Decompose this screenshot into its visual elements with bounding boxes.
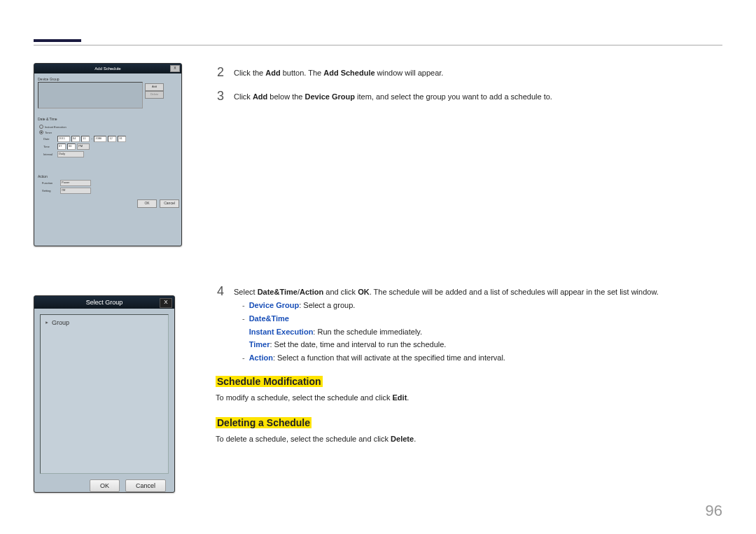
date-separator: ~ bbox=[91, 137, 92, 141]
left-column: Add Schedule X Device Group Add Delete D… bbox=[34, 63, 195, 492]
add-schedule-footer: OK Cancel bbox=[34, 197, 181, 210]
step-4: 4 Select Date&Time/Action and click OK. … bbox=[216, 285, 722, 365]
bold-delete: Delete bbox=[391, 435, 414, 443]
page-number: 96 bbox=[706, 502, 722, 520]
page-content: Add Schedule X Device Group Add Delete D… bbox=[34, 63, 722, 492]
text: Click the bbox=[234, 69, 265, 77]
step-number: 3 bbox=[216, 90, 224, 102]
dash-icon: - bbox=[242, 312, 245, 351]
date-row-label: Date bbox=[43, 137, 56, 141]
close-icon[interactable]: X bbox=[160, 298, 172, 308]
text: below the bbox=[267, 92, 304, 101]
time-ampm[interactable]: PM bbox=[77, 143, 90, 150]
step-body: Click the Add button. The Add Schedule w… bbox=[234, 66, 722, 78]
select-group-body: Group bbox=[40, 314, 169, 474]
text: : Select a function that will activate a… bbox=[273, 353, 505, 362]
text: Select bbox=[234, 288, 258, 296]
heading-schedule-modification: Schedule Modification bbox=[216, 376, 323, 387]
timer-label: Timer bbox=[45, 131, 52, 134]
section-deleting-schedule: Deleting a Schedule bbox=[216, 417, 722, 428]
radio-timer[interactable] bbox=[39, 130, 43, 134]
text: : Select a group. bbox=[299, 301, 355, 309]
date-time-label: Date & Time bbox=[38, 117, 178, 121]
para-deleting-schedule: To delete a schedule, select the schedul… bbox=[216, 434, 722, 444]
text: Click bbox=[234, 92, 253, 101]
bold-edit: Edit bbox=[393, 393, 407, 402]
heading-deleting-schedule: Deleting a Schedule bbox=[216, 417, 312, 428]
date-day-end[interactable]: 31 bbox=[118, 136, 126, 142]
text: button. The bbox=[281, 69, 324, 77]
bold-add-schedule: Add Schedule bbox=[323, 69, 374, 77]
setting-select[interactable]: Off bbox=[60, 188, 91, 194]
bold-datetime: Date&Time bbox=[258, 288, 298, 296]
label-datetime: Date&Time bbox=[249, 314, 289, 323]
cancel-button[interactable]: Cancel bbox=[160, 199, 179, 208]
text: : Set the date, time and interval to run… bbox=[270, 340, 446, 349]
text: item, and select the group you want to a… bbox=[355, 92, 552, 101]
device-group-delete-button[interactable]: Delete bbox=[145, 91, 164, 99]
right-column: 2 Click the Add button. The Add Schedule… bbox=[216, 63, 722, 492]
text: and click bbox=[323, 288, 358, 296]
action-label: Action bbox=[38, 174, 178, 178]
label-action: Action bbox=[249, 353, 273, 362]
bold-action: Action bbox=[300, 288, 323, 296]
dash-icon: - bbox=[242, 351, 245, 365]
date-month-end[interactable]: 12 bbox=[108, 136, 116, 142]
step-4-sublist: - Device Group: Select a group. - Date&T… bbox=[242, 299, 722, 364]
device-group-add-button[interactable]: Add bbox=[145, 83, 164, 91]
label-instant: Instant Execution bbox=[249, 328, 314, 336]
device-group-container: Add Delete bbox=[38, 82, 143, 108]
function-select[interactable]: Power bbox=[60, 180, 91, 186]
ok-button[interactable]: OK bbox=[90, 479, 120, 492]
add-schedule-window: Add Schedule X Device Group Add Delete D… bbox=[34, 63, 182, 246]
text: : Run the schedule immediately. bbox=[313, 328, 422, 336]
select-group-window: Select Group X Group OK Cancel bbox=[34, 295, 175, 493]
text: window will appear. bbox=[375, 69, 444, 77]
time-hour[interactable]: 07 bbox=[57, 143, 66, 150]
bold-ok: OK bbox=[358, 288, 370, 296]
step-number: 4 bbox=[216, 285, 224, 365]
ok-button[interactable]: OK bbox=[137, 199, 157, 208]
instant-execution-label: Instant Execution bbox=[45, 125, 66, 129]
date-day-start[interactable]: 11 bbox=[81, 136, 90, 142]
section-schedule-modification: Schedule Modification bbox=[216, 376, 722, 387]
device-group-label: Device Group bbox=[38, 77, 178, 81]
date-time-box: Instant Execution Timer Date 2011 04 11 … bbox=[38, 122, 178, 160]
cancel-button[interactable]: Cancel bbox=[125, 479, 166, 492]
select-group-footer: OK Cancel bbox=[34, 479, 174, 499]
step-3: 3 Click Add below the Device Group item,… bbox=[216, 90, 722, 102]
header-marker bbox=[34, 39, 81, 42]
dash-icon: - bbox=[242, 299, 245, 312]
device-group-list[interactable] bbox=[38, 82, 143, 108]
label-timer: Timer bbox=[249, 340, 270, 349]
interval-row-label: Interval bbox=[43, 153, 56, 156]
bold-add: Add bbox=[253, 92, 267, 101]
text: . bbox=[414, 435, 416, 443]
step-number: 2 bbox=[216, 66, 224, 78]
para-schedule-modification: To modify a schedule, select the schedul… bbox=[216, 393, 722, 403]
select-group-title: Select Group bbox=[86, 299, 123, 306]
svg-marker-0 bbox=[46, 321, 48, 324]
text: To modify a schedule, select the schedul… bbox=[216, 393, 393, 402]
sublist-item-device-group: - Device Group: Select a group. bbox=[242, 299, 722, 312]
setting-row-label: Setting bbox=[42, 189, 59, 192]
sublist-item-datetime: - Date&Time Instant Execution: Run the s… bbox=[242, 312, 722, 351]
text: To delete a schedule, select the schedul… bbox=[216, 435, 391, 443]
interval-select[interactable]: Daily bbox=[57, 151, 84, 157]
group-label: Group bbox=[52, 319, 69, 326]
add-schedule-title: Add Schedule bbox=[94, 66, 120, 71]
radio-instant[interactable] bbox=[39, 125, 43, 129]
step-2: 2 Click the Add button. The Add Schedule… bbox=[216, 66, 722, 78]
date-year-end[interactable]: 2086 bbox=[94, 136, 106, 142]
bold-device-group: Device Group bbox=[304, 92, 355, 101]
time-minute[interactable]: 00 bbox=[67, 143, 76, 150]
close-icon[interactable]: X bbox=[170, 65, 180, 72]
step-body: Click Add below the Device Group item, a… bbox=[234, 90, 722, 102]
add-schedule-body: Device Group Add Delete Date & Time Inst… bbox=[34, 73, 181, 197]
date-month-start[interactable]: 04 bbox=[71, 136, 80, 142]
group-tree-root[interactable]: Group bbox=[45, 319, 164, 326]
text: . The schedule will be added and a list … bbox=[370, 288, 659, 296]
text: . bbox=[407, 393, 409, 402]
date-year-start[interactable]: 2011 bbox=[57, 136, 70, 142]
step-body: Select Date&Time/Action and click OK. Th… bbox=[234, 285, 722, 365]
